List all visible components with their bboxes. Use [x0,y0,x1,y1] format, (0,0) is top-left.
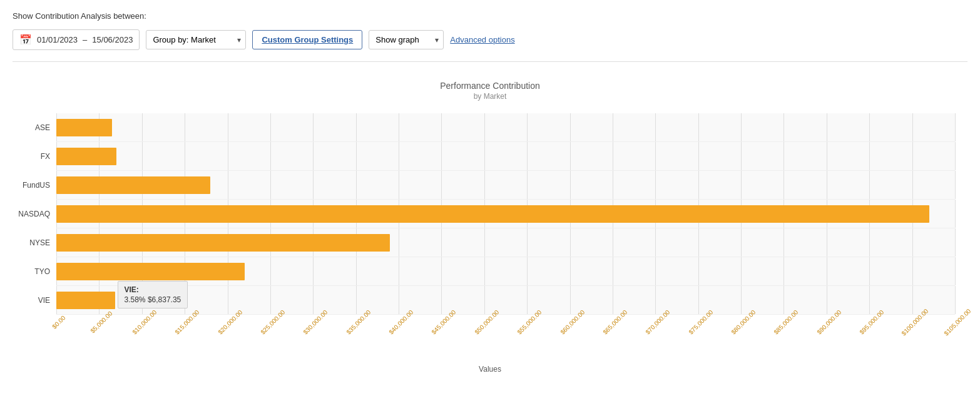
chart-subtitle: by Market [13,92,967,101]
bar-row: FX [56,142,955,171]
bar-row: ASE [56,113,955,142]
x-axis-title: Values [13,365,967,374]
header-label: Show Contribution Analysis between: [13,11,967,21]
custom-group-settings-button[interactable]: Custom Group Settings [252,30,362,49]
date-range-picker[interactable]: 📅 01/01/2023 – 15/06/2023 [13,29,140,50]
group-by-select-wrapper[interactable]: Group by: Market Group by: Sector Group … [146,30,246,49]
x-axis-labels-container: $0.00$5,000.00$10,000.00$15,000.00$20,00… [56,317,955,342]
controls-row: 📅 01/01/2023 – 15/06/2023 Group by: Mark… [13,29,967,50]
bar-fill [56,176,210,194]
tooltip-box: VIE: 3.58% $6,837.35 [118,265,188,292]
tooltip-value: 3.58% $6,837.35 [125,279,181,288]
bar-label: ASE [13,123,50,132]
bar-label: NASDAQ [13,210,50,218]
bar-fill [56,119,112,136]
x-axis-labels: $0.00$5,000.00$10,000.00$15,000.00$20,00… [56,317,955,342]
bar-row: FundUS [56,171,955,200]
bar-row: VIE [56,286,955,315]
date-separator: – [83,35,87,44]
group-by-select[interactable]: Group by: Market Group by: Sector Group … [146,30,246,49]
date-start: 01/01/2023 [37,35,78,44]
bar-fill [56,205,929,223]
bar-label: FundUS [13,181,50,190]
chart-container: Performance Contribution by Market ASEFX… [13,74,967,374]
bar-label: TYO [13,267,50,276]
tooltip-label: VIE: [125,269,181,278]
show-graph-select-wrapper[interactable]: Show graph Hide graph [369,30,444,49]
bar-label: NYSE [13,238,50,247]
date-end: 15/06/2023 [92,35,133,44]
bar-row: NYSE [56,228,955,257]
calendar-icon: 📅 [19,34,32,46]
bar-label: FX [13,152,50,161]
chart-wrapper: ASEFXFundUSNASDAQNYSETYOVIE VIE: 3.58% $… [56,113,955,315]
x-axis-label: $0.00 [51,314,66,330]
page-wrapper: Show Contribution Analysis between: 📅 01… [0,0,980,385]
divider [13,61,967,62]
bar-label: VIE [13,296,50,305]
bars-container: ASEFXFundUSNASDAQNYSETYOVIE [56,113,955,315]
bar-fill [56,292,115,309]
advanced-options-link[interactable]: Advanced options [450,35,514,44]
chart-title: Performance Contribution [13,81,967,91]
bar-row: TYO [56,257,955,286]
bar-fill [56,148,116,165]
show-graph-select[interactable]: Show graph Hide graph [369,30,444,49]
bar-fill [56,234,390,252]
bar-row: NASDAQ [56,200,955,228]
